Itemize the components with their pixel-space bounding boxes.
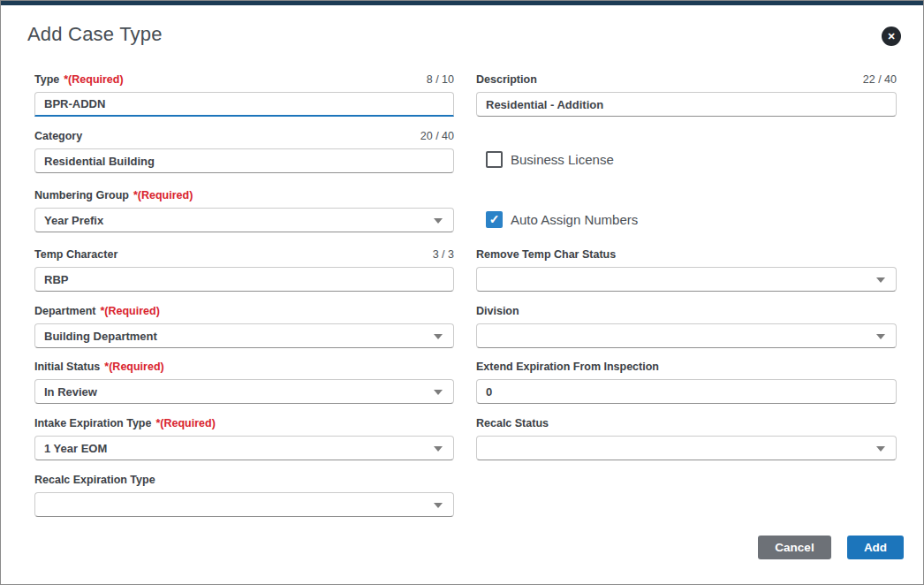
required-marker: *(Required) — [100, 305, 159, 317]
field-group-temp-character: Temp Character 3 / 3 — [34, 248, 454, 292]
checkbox-label: Business License — [511, 152, 614, 167]
page-title: Add Case Type — [27, 23, 163, 46]
field-group-recalc-status: Recalc Status — [476, 417, 897, 460]
field-group-department: Department*(Required) Building Departmen… — [34, 305, 454, 348]
intake-expiration-type-select[interactable]: 1 Year EOM — [34, 436, 454, 460]
field-group-intake-expiration-type: Intake Expiration Type*(Required) 1 Year… — [34, 417, 454, 460]
field-label-extend-expiration: Extend Expiration From Inspection — [476, 361, 659, 373]
required-marker: *(Required) — [155, 417, 215, 429]
numbering-group-select[interactable]: Year Prefix — [34, 208, 454, 232]
char-counter-category: 20 / 40 — [420, 130, 454, 142]
checkbox-label: Auto Assign Numbers — [511, 212, 638, 227]
recalc-status-select[interactable] — [476, 436, 897, 460]
required-marker: *(Required) — [104, 361, 163, 373]
field-label-category: Category — [34, 130, 82, 142]
department-select[interactable]: Building Department — [34, 323, 454, 348]
field-label-division: Division — [476, 305, 519, 317]
field-group-numbering-group: Numbering Group*(Required) Year Prefix — [34, 189, 454, 232]
char-counter-type: 8 / 10 — [427, 73, 454, 86]
temp-character-input[interactable] — [34, 267, 454, 292]
recalc-expiration-type-select[interactable] — [34, 492, 454, 517]
field-label-department: Department*(Required) — [34, 305, 160, 317]
category-input[interactable] — [34, 148, 454, 173]
chevron-down-icon — [434, 218, 443, 224]
remove-temp-char-status-select[interactable] — [476, 267, 897, 292]
field-label-intake-expiration-type: Intake Expiration Type*(Required) — [34, 417, 216, 429]
chevron-down-icon — [876, 334, 885, 339]
dialog-top-accent-bar — [1, 1, 923, 5]
extend-expiration-input[interactable] — [476, 379, 897, 404]
field-label-type: Type*(Required) — [34, 73, 124, 86]
type-input[interactable] — [34, 92, 454, 117]
field-group-type: Type*(Required) 8 / 10 — [34, 73, 454, 117]
selected-value: In Review — [44, 385, 97, 399]
cancel-button[interactable]: Cancel — [758, 536, 831, 559]
selected-value: Building Department — [44, 330, 157, 343]
initial-status-select[interactable]: In Review — [34, 379, 454, 404]
chevron-down-icon — [876, 277, 885, 283]
field-group-category: Category 20 / 40 — [34, 130, 454, 173]
add-case-type-dialog: Add Case Type ✕ Type*(Required) 8 / 10 C… — [0, 0, 924, 585]
required-marker: *(Required) — [64, 73, 123, 86]
add-button[interactable]: Add — [847, 536, 904, 559]
field-label-remove-temp-char-status: Remove Temp Char Status — [476, 248, 616, 261]
field-label-recalc-status: Recalc Status — [476, 417, 549, 429]
chevron-down-icon — [434, 334, 443, 339]
chevron-down-icon — [434, 446, 443, 452]
field-group-extend-expiration: Extend Expiration From Inspection — [476, 361, 897, 404]
field-group-division: Division — [476, 305, 897, 348]
field-group-initial-status: Initial Status*(Required) In Review — [34, 361, 454, 404]
close-icon[interactable]: ✕ — [882, 27, 901, 46]
char-counter-temp-character: 3 / 3 — [433, 248, 454, 261]
checkbox-unchecked-icon — [486, 151, 503, 168]
required-marker: *(Required) — [133, 189, 193, 201]
selected-value: Year Prefix — [44, 214, 103, 227]
business-license-checkbox[interactable]: Business License — [486, 151, 614, 168]
checkbox-checked-icon: ✓ — [486, 211, 503, 228]
description-input[interactable] — [476, 92, 897, 117]
field-group-description: Description 22 / 40 — [476, 73, 897, 117]
chevron-down-icon — [434, 390, 443, 395]
field-label-description: Description — [476, 73, 537, 86]
field-group-remove-temp-char-status: Remove Temp Char Status — [476, 248, 897, 292]
chevron-down-icon — [434, 503, 443, 508]
chevron-down-icon — [876, 446, 885, 452]
char-counter-description: 22 / 40 — [863, 73, 897, 86]
field-group-recalc-expiration-type: Recalc Expiration Type — [34, 474, 454, 517]
division-select[interactable] — [476, 323, 897, 348]
selected-value: 1 Year EOM — [44, 442, 107, 455]
field-label-temp-character: Temp Character — [34, 248, 117, 261]
field-label-initial-status: Initial Status*(Required) — [34, 361, 164, 373]
field-label-numbering-group: Numbering Group*(Required) — [34, 189, 193, 201]
auto-assign-numbers-checkbox[interactable]: ✓ Auto Assign Numbers — [486, 211, 638, 228]
field-label-recalc-expiration-type: Recalc Expiration Type — [34, 474, 155, 486]
